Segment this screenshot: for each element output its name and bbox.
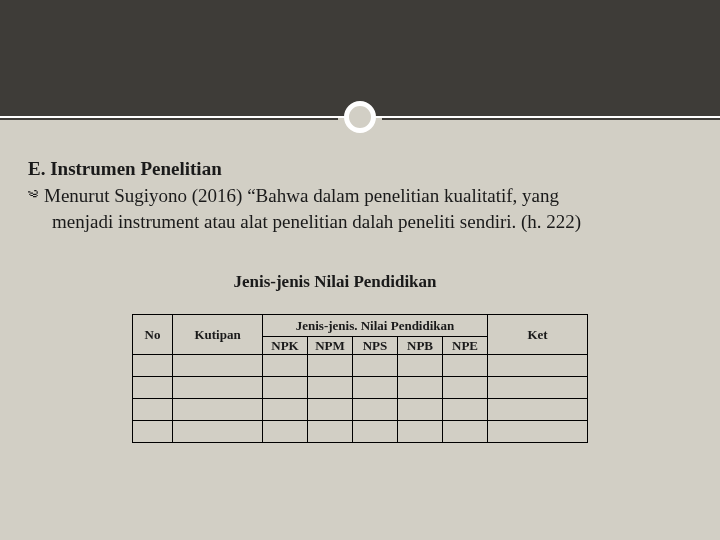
cell (173, 355, 263, 377)
cell (263, 355, 308, 377)
cell (353, 421, 398, 443)
cell (398, 421, 443, 443)
cell (133, 421, 173, 443)
col-npe: NPE (443, 337, 488, 355)
cell (398, 355, 443, 377)
cell (133, 355, 173, 377)
cell (443, 421, 488, 443)
col-ket: Ket (488, 315, 588, 355)
table-row (133, 377, 588, 399)
bullet-icon: ༄ (28, 183, 38, 209)
cell (488, 421, 588, 443)
bullet-line-2: menjadi instrument atau alat penelitian … (52, 209, 692, 235)
content-area: E. Instrumen Penelitian ༄ Menurut Sugiyo… (0, 120, 720, 443)
cell (353, 355, 398, 377)
section-heading: E. Instrumen Penelitian (28, 158, 692, 180)
cell (353, 377, 398, 399)
cell (308, 355, 353, 377)
table-header-row-1: No Kutipan Jenis-jenis. Nilai Pendidikan… (133, 315, 588, 337)
table-title: Jenis-jenis Nilai Pendidikan (0, 272, 692, 292)
col-no: No (133, 315, 173, 355)
cell (308, 421, 353, 443)
cell (133, 399, 173, 421)
cell (263, 421, 308, 443)
cell (488, 355, 588, 377)
table-row (133, 399, 588, 421)
ring-ornament-icon (344, 101, 376, 133)
cell (308, 399, 353, 421)
cell (398, 399, 443, 421)
col-group: Jenis-jenis. Nilai Pendidikan (263, 315, 488, 337)
table-wrap: No Kutipan Jenis-jenis. Nilai Pendidikan… (28, 314, 692, 443)
cell (173, 399, 263, 421)
cell (443, 399, 488, 421)
col-npm: NPM (308, 337, 353, 355)
cell (263, 377, 308, 399)
table-row (133, 421, 588, 443)
cell (173, 421, 263, 443)
cell (308, 377, 353, 399)
col-nps: NPS (353, 337, 398, 355)
bullet-row: ༄ Menurut Sugiyono (2016) “Bahwa dalam p… (28, 183, 692, 209)
cell (133, 377, 173, 399)
col-npb: NPB (398, 337, 443, 355)
cell (443, 377, 488, 399)
cell (353, 399, 398, 421)
cell (173, 377, 263, 399)
cell (443, 355, 488, 377)
cell (263, 399, 308, 421)
data-table: No Kutipan Jenis-jenis. Nilai Pendidikan… (132, 314, 588, 443)
slide: E. Instrumen Penelitian ༄ Menurut Sugiyo… (0, 0, 720, 540)
cell (488, 377, 588, 399)
table-row (133, 355, 588, 377)
cell (488, 399, 588, 421)
col-kutipan: Kutipan (173, 315, 263, 355)
cell (398, 377, 443, 399)
col-npk: NPK (263, 337, 308, 355)
bullet-line-1: Menurut Sugiyono (2016) “Bahwa dalam pen… (44, 183, 692, 209)
